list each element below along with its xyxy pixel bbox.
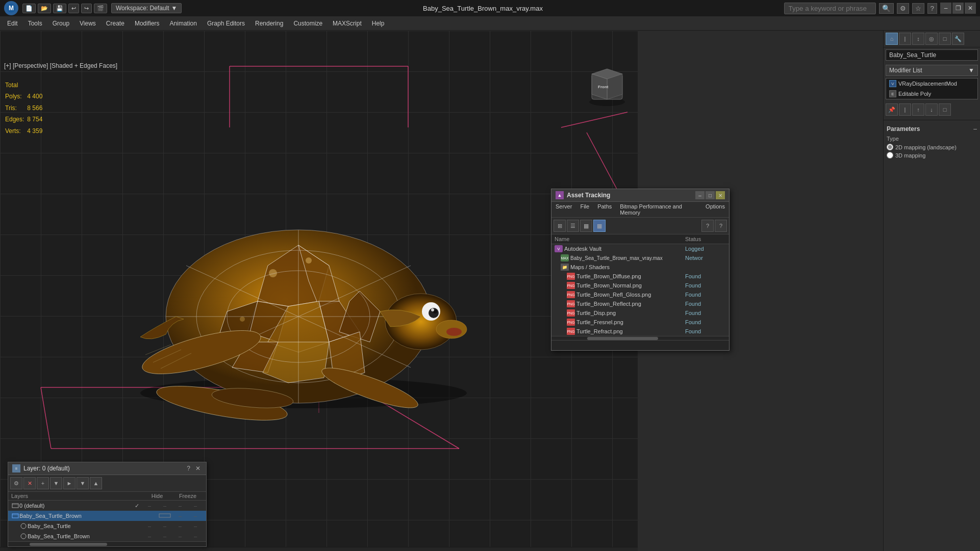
svg-rect-55 xyxy=(12,504,18,508)
utilities-tab-icon[interactable]: 🔧 xyxy=(952,33,964,45)
make-unique-btn[interactable]: □ xyxy=(939,103,951,116)
asset-tool-table[interactable]: ☰ xyxy=(567,220,579,232)
asset-item-maps-folder[interactable]: 📁 Maps / Shaders xyxy=(551,263,729,272)
asset-item-reflect[interactable]: PNG Turtle_Brown_Reflect.png Found xyxy=(551,299,729,308)
layer-tool-down2[interactable]: ▼ xyxy=(77,477,89,489)
hierarchy-tab-icon[interactable]: ↕ xyxy=(912,33,924,45)
configure-btn[interactable]: ↑ xyxy=(912,103,924,116)
radio-3d-mapping[interactable]: 3D mapping xyxy=(887,152,977,159)
redo-btn[interactable]: ↪ xyxy=(81,4,92,13)
layer-panel-footer xyxy=(8,541,206,546)
viewport-scrollbar[interactable] xyxy=(0,547,638,551)
layer-tool-close[interactable]: ✕ xyxy=(23,477,36,489)
title-right: 🔍 ⚙ ☆ ? – ❐ ✕ xyxy=(784,3,976,14)
show-result-btn[interactable]: | xyxy=(899,103,911,116)
svg-point-39 xyxy=(431,308,434,311)
create-tab-icon[interactable]: ⌂ xyxy=(886,33,898,45)
motion-tab-icon[interactable]: ◎ xyxy=(925,33,938,45)
menu-create[interactable]: Create xyxy=(101,18,130,29)
asset-scrollbar-thumb[interactable] xyxy=(587,337,658,340)
modifier-item-vray[interactable]: V VRayDisplacementMod xyxy=(886,78,977,89)
asset-help-btn1[interactable]: ? xyxy=(701,220,714,232)
menu-help[interactable]: Help xyxy=(367,18,390,29)
asset-menu-paths[interactable]: Paths xyxy=(593,202,616,217)
panel-icon-row: ⌂ | ↕ ◎ □ 🔧 xyxy=(884,31,980,47)
menu-group[interactable]: Group xyxy=(47,18,74,29)
asset-scrollbar[interactable] xyxy=(551,336,729,340)
menu-tools[interactable]: Tools xyxy=(23,18,47,29)
render-setup-btn[interactable]: 🎬 xyxy=(94,4,107,13)
asset-item-disp[interactable]: PNG Turtle_Disp.png Found xyxy=(551,308,729,318)
parameters-collapse[interactable]: – xyxy=(973,125,977,133)
asset-restore-btn[interactable]: □ xyxy=(706,191,715,199)
settings-btn[interactable]: ⚙ xyxy=(897,3,909,14)
menu-rendering[interactable]: Rendering xyxy=(250,18,288,29)
asset-menu-options[interactable]: Options xyxy=(701,202,729,217)
modifier-item-poly[interactable]: E Editable Poly xyxy=(886,89,977,99)
layer-close-btn[interactable]: ✕ xyxy=(194,465,202,472)
menu-views[interactable]: Views xyxy=(74,18,101,29)
workspace-selector[interactable]: Workspace: Default ▼ xyxy=(111,3,182,13)
asset-help-btn2[interactable]: ? xyxy=(715,220,727,232)
layer-0-icon xyxy=(11,502,19,510)
asset-menu-bitmap[interactable]: Bitmap Performance and Memory xyxy=(616,202,701,217)
asset-close-btn[interactable]: ✕ xyxy=(716,191,725,199)
display-tab-icon[interactable]: □ xyxy=(939,33,951,45)
save-btn[interactable]: 💾 xyxy=(53,4,66,13)
menu-customize[interactable]: Customize xyxy=(288,18,328,29)
undo-btn[interactable]: ↩ xyxy=(68,4,79,13)
radio-2d-mapping[interactable]: 2D mapping (landscape) xyxy=(887,144,977,150)
menu-animation[interactable]: Animation xyxy=(165,18,202,29)
layer-turtle-brown-sub-icon xyxy=(19,532,28,540)
asset-menu-file[interactable]: File xyxy=(576,202,593,217)
menu-edit[interactable]: Edit xyxy=(2,18,23,29)
layer-tool-add[interactable]: + xyxy=(37,477,49,489)
layer-tool-down1[interactable]: ▼ xyxy=(50,477,62,489)
layer-list: 0 (default) ✓ – – – – Baby_Sea_Turtle_Br… xyxy=(8,501,206,541)
open-btn[interactable]: 📂 xyxy=(38,4,51,13)
asset-minimize-btn[interactable]: – xyxy=(695,191,705,199)
verts-value: 4 359 xyxy=(27,126,44,136)
layer-tool-right[interactable]: ► xyxy=(63,477,76,489)
close-btn[interactable]: ✕ xyxy=(965,3,976,14)
menu-graph-editors[interactable]: Graph Editors xyxy=(202,18,250,29)
layer-tool-settings[interactable]: ⚙ xyxy=(10,477,22,489)
help-btn[interactable]: ? xyxy=(927,3,937,14)
layer-item-turtle[interactable]: Baby_Sea_Turtle – – – – xyxy=(8,521,206,531)
asset-item-refl-gloss[interactable]: PNG Turtle_Brown_Refl_Gloss.png Found xyxy=(551,290,729,299)
asset-menu-server[interactable]: Server xyxy=(551,202,576,217)
asset-tool-grid1[interactable]: ▦ xyxy=(580,220,592,232)
new-btn[interactable]: 📄 xyxy=(22,4,36,13)
asset-tool-grid2[interactable]: ▦ xyxy=(593,220,606,232)
asset-tool-list[interactable]: ⊞ xyxy=(554,220,566,232)
layer-tool-up[interactable]: ▲ xyxy=(90,477,102,489)
menu-modifiers[interactable]: Modifiers xyxy=(130,18,165,29)
restore-btn[interactable]: ❐ xyxy=(952,3,964,14)
asset-item-diffuse[interactable]: PNG Turtle_Brown_Diffuse.png Found xyxy=(551,272,729,281)
asset-item-normal[interactable]: PNG Turtle_Brown_Normal.png Found xyxy=(551,281,729,290)
remove-mod-btn[interactable]: ↓ xyxy=(925,103,938,116)
modifier-list-dropdown[interactable]: Modifier List ▼ xyxy=(886,65,978,76)
asset-item-max-file[interactable]: MAX Baby_Sea_Turtle_Brown_max_vray.max N… xyxy=(551,253,729,263)
layer-item-turtle-brown[interactable]: Baby_Sea_Turtle_Brown – – xyxy=(8,511,206,521)
search-input[interactable] xyxy=(784,3,876,14)
stats-panel: Total Polys: 4 400 Tris: 8 566 Edges: 8 … xyxy=(4,79,45,137)
bookmark-btn[interactable]: ☆ xyxy=(912,3,924,14)
minimize-btn[interactable]: – xyxy=(940,3,951,14)
parameters-area: Parameters – Type 2D mapping (landscape)… xyxy=(884,122,980,163)
maps-folder-icon: 📁 xyxy=(561,264,569,271)
asset-item-refract[interactable]: PNG Turtle_Refract.png Found xyxy=(551,327,729,336)
type-label: Type xyxy=(887,136,977,142)
search-btn[interactable]: 🔍 xyxy=(879,3,894,14)
layer-scrollbar-thumb[interactable] xyxy=(30,543,107,546)
asset-item-fresnel[interactable]: PNG Turtle_Fresnel.png Found xyxy=(551,318,729,327)
layer-help-btn[interactable]: ? xyxy=(185,465,192,472)
layer-item-default[interactable]: 0 (default) ✓ – – – – xyxy=(8,501,206,511)
layer-item-turtle-brown-sub[interactable]: Baby_Sea_Turtle_Brown – – – – xyxy=(8,531,206,541)
menu-maxscript[interactable]: MAXScript xyxy=(328,18,367,29)
pin-stack-btn[interactable]: 📌 xyxy=(886,103,898,116)
modify-tab-icon[interactable]: | xyxy=(899,33,911,45)
asset-item-vault[interactable]: V Autodesk Vault Logged xyxy=(551,244,729,253)
nav-cube[interactable]: Front xyxy=(587,66,627,107)
object-name-input[interactable] xyxy=(886,49,978,61)
